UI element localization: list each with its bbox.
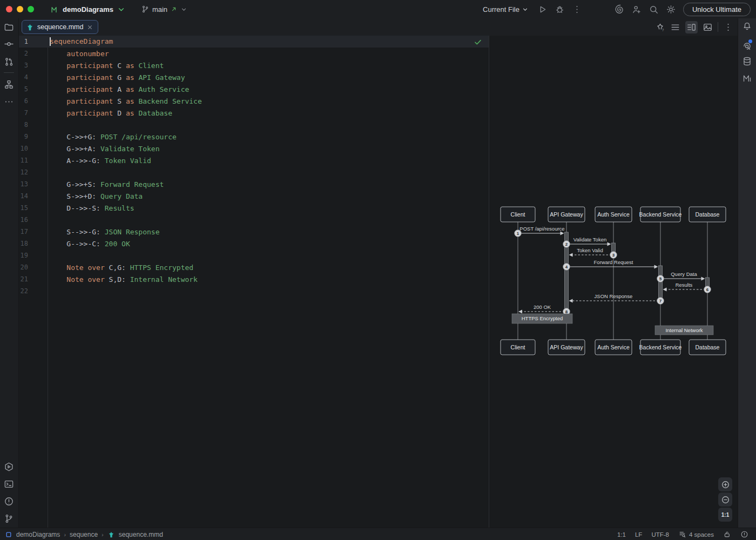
line-number[interactable]: 15: [19, 204, 48, 212]
line-number[interactable]: 20: [19, 264, 48, 271]
branch-widget[interactable]: main: [141, 5, 187, 14]
commit-tool-icon[interactable]: [4, 39, 14, 49]
line-number[interactable]: 11: [19, 157, 48, 164]
services-tool-icon[interactable]: [4, 462, 14, 472]
more-tools-icon[interactable]: [4, 97, 14, 107]
code-line[interactable]: 3 participant C as Client: [19, 59, 489, 71]
line-number[interactable]: 5: [19, 85, 48, 93]
code-line[interactable]: 10 G->>+A: Validate Token: [19, 143, 489, 154]
line-number[interactable]: 9: [19, 133, 48, 140]
split-view-selected[interactable]: [685, 21, 698, 33]
pull-requests-tool-icon[interactable]: [4, 57, 14, 67]
run-button[interactable]: [537, 4, 548, 15]
line-number[interactable]: 21: [19, 275, 48, 283]
code-line[interactable]: 22: [19, 285, 489, 297]
line-number[interactable]: 4: [19, 73, 48, 81]
line-number[interactable]: 1: [19, 38, 48, 45]
line-number[interactable]: 12: [19, 168, 48, 176]
code-line[interactable]: 16: [19, 214, 489, 226]
code-line[interactable]: 14 S->>+D: Query Data: [19, 190, 489, 202]
terminal-tool-icon[interactable]: [4, 479, 14, 489]
code-line[interactable]: 21 Note over S,D: Internal Network: [19, 273, 489, 285]
line-ending[interactable]: LF: [635, 531, 642, 538]
code-line[interactable]: 8: [19, 119, 489, 131]
code-line[interactable]: 2 autonumber: [19, 48, 489, 59]
zoom-reset-button[interactable]: 1:1: [718, 508, 732, 522]
code-line[interactable]: 17 S-->>-G: JSON Response: [19, 226, 489, 238]
preview-toolbar: ?: [655, 18, 733, 36]
more-actions-button[interactable]: [572, 4, 582, 15]
line-number[interactable]: 16: [19, 216, 48, 224]
debug-button[interactable]: [555, 4, 565, 15]
close-tab-icon[interactable]: [86, 24, 93, 31]
line-number[interactable]: 14: [19, 192, 48, 200]
line-number[interactable]: 3: [19, 62, 48, 69]
code-with-me-icon[interactable]: [631, 4, 642, 15]
line-number[interactable]: 17: [19, 228, 48, 235]
unlock-ultimate-button[interactable]: Unlock Ultimate: [683, 3, 751, 16]
line-number[interactable]: 2: [19, 50, 48, 57]
maximize-window-button[interactable]: [28, 6, 34, 12]
code-text: autonumber: [48, 50, 109, 58]
inspections-icon[interactable]: [740, 530, 748, 538]
ai-search-tool-icon[interactable]: [742, 41, 752, 51]
module-icon: [5, 531, 12, 538]
indent-widget[interactable]: 4 spaces: [678, 530, 714, 538]
code-editor[interactable]: 1sequenceDiagram2 autonumber3 participan…: [19, 36, 489, 528]
zoom-out-button[interactable]: [718, 492, 732, 507]
code-line[interactable]: 20 Note over C,G: HTTPS Encrypted: [19, 261, 489, 273]
line-number[interactable]: 19: [19, 252, 48, 259]
tab-sequence-mmd[interactable]: sequence.mmd: [22, 20, 98, 34]
code-text: sequenceDiagram: [48, 37, 113, 46]
database-tool-icon[interactable]: [742, 56, 752, 66]
line-number[interactable]: 7: [19, 109, 48, 117]
preview-only-view-icon[interactable]: [703, 22, 713, 32]
code-line[interactable]: 13 G->>+S: Forward Request: [19, 178, 489, 190]
code-line[interactable]: 15 D-->>-S: Results: [19, 202, 489, 214]
search-everywhere-icon[interactable]: [649, 4, 659, 15]
project-tool-icon[interactable]: [4, 22, 14, 32]
cursor-position[interactable]: 1:1: [617, 531, 626, 538]
git-tool-icon[interactable]: [4, 514, 14, 524]
line-number[interactable]: 8: [19, 121, 48, 129]
ide-logo-icon: [50, 5, 59, 14]
syntax-valid-check-icon: [474, 38, 482, 46]
ai-assistant-icon[interactable]: [614, 4, 624, 15]
project-widget[interactable]: demoDiagrams: [50, 5, 126, 14]
line-number[interactable]: 6: [19, 97, 48, 105]
code-line[interactable]: 11 A-->>-G: Token Valid: [19, 154, 489, 166]
structure-tool-icon[interactable]: [4, 79, 14, 90]
code-line[interactable]: 12: [19, 166, 489, 178]
sequence-diagram: POST /api/resource1Validate Token2Token …: [489, 36, 738, 528]
line-number[interactable]: 13: [19, 180, 48, 188]
run-configuration-select[interactable]: Current File: [483, 5, 529, 14]
close-window-button[interactable]: [6, 6, 12, 12]
code-line[interactable]: 6 participant S as Backend Service: [19, 95, 489, 107]
code-line[interactable]: 5 participant A as Auth Service: [19, 83, 489, 95]
writable-lock-icon[interactable]: [723, 530, 731, 538]
problems-tool-icon[interactable]: [4, 496, 14, 507]
mermaid-tool-icon[interactable]: [742, 73, 752, 83]
settings-gear-icon[interactable]: [666, 4, 676, 15]
breadcrumb-project[interactable]: demoDiagrams: [16, 531, 60, 538]
line-number[interactable]: 10: [19, 145, 48, 152]
code-line[interactable]: 4 participant G as API Gateway: [19, 71, 489, 83]
notifications-bell-icon[interactable]: [742, 21, 752, 31]
encoding[interactable]: UTF-8: [651, 531, 669, 538]
line-number[interactable]: 22: [19, 287, 48, 295]
editor-options-icon[interactable]: [723, 22, 733, 32]
arrowhead: [663, 288, 667, 292]
minimize-window-button[interactable]: [17, 6, 23, 12]
line-number[interactable]: 18: [19, 240, 48, 247]
code-line[interactable]: 19: [19, 249, 489, 261]
zoom-in-button[interactable]: [718, 477, 732, 491]
breadcrumb-file[interactable]: sequence.mmd: [119, 531, 163, 538]
code-line[interactable]: 7 participant D as Database: [19, 107, 489, 119]
code-line[interactable]: 1sequenceDiagram: [19, 36, 489, 48]
code-text: Note over C,G: HTTPS Encrypted: [48, 264, 193, 272]
code-line[interactable]: 18 G-->>-C: 200 OK: [19, 238, 489, 249]
mermaid-config-icon[interactable]: ?: [655, 22, 665, 32]
editor-only-view-icon[interactable]: [670, 22, 680, 32]
code-line[interactable]: 9 C->>+G: POST /api/resource: [19, 131, 489, 143]
breadcrumb-folder[interactable]: sequence: [70, 531, 98, 538]
